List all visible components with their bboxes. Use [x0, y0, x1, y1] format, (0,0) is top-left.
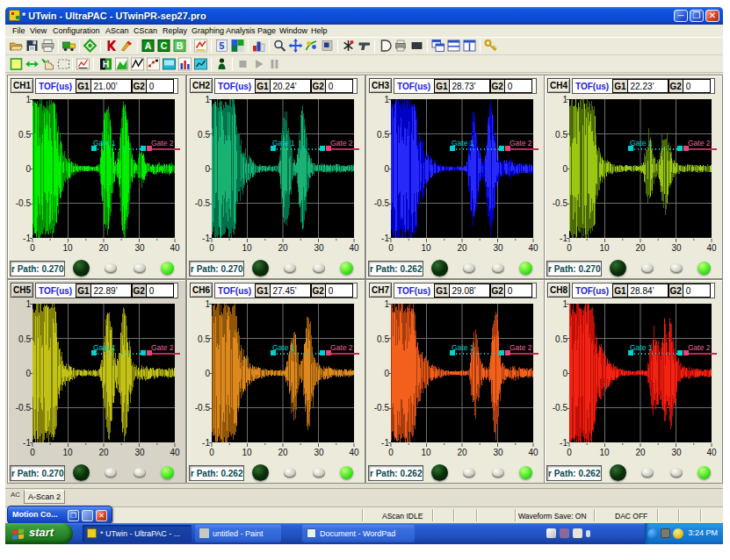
svg-text:5: 5 [220, 40, 225, 51]
svg-text:B: B [177, 40, 184, 51]
svg-text:C: C [161, 40, 168, 51]
svg-text:A: A [145, 40, 152, 51]
svg-text:H: H [103, 59, 110, 69]
